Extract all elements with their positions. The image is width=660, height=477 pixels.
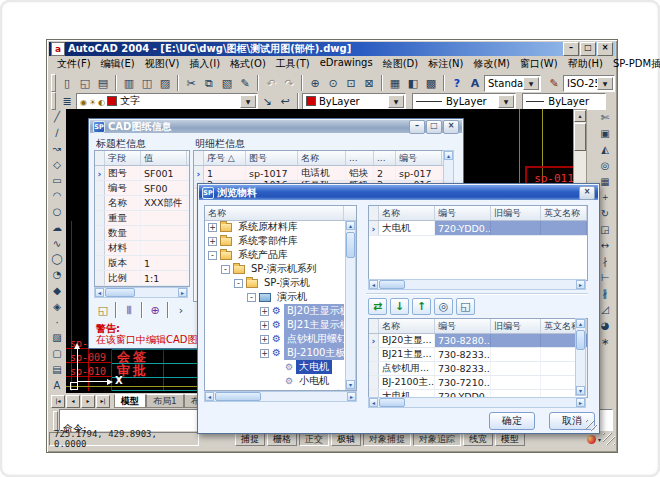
open-record-button[interactable]: ◱: [94, 301, 112, 319]
scroll-up-button[interactable]: ▴: [346, 221, 355, 230]
menu-item[interactable]: 插入(I): [184, 56, 225, 72]
publish-button[interactable]: ▨: [156, 74, 174, 92]
scroll-up-button[interactable]: ▴: [444, 151, 453, 160]
menu-item[interactable]: 帮助(H): [563, 56, 608, 72]
column-header-1[interactable]: 字段: [105, 151, 141, 165]
table-row[interactable]: 点钞机用...730-8233...: [369, 362, 587, 376]
status-toggle-对象捕捉[interactable]: 对象捕捉: [363, 432, 411, 446]
revision-cloud-button[interactable]: ☁: [49, 219, 66, 235]
scroll-down-button[interactable]: ▾: [576, 386, 585, 395]
text-button[interactable]: A: [49, 377, 66, 393]
window-titlebar[interactable]: a AutoCAD 2004 - [E:\UG\dwg\图框\测试用图(部件).…: [49, 42, 615, 56]
selected-table-hscrollbar[interactable]: ◂ ▸: [368, 279, 586, 290]
dialog-resize-grip[interactable]: [586, 420, 597, 431]
tree-item[interactable]: -SP-演示机: [205, 276, 344, 290]
polyline-button[interactable]: ↝: [49, 141, 66, 157]
expand-plus-icon[interactable]: +: [260, 307, 269, 316]
check-out-button[interactable]: ↓: [390, 298, 409, 315]
insert-block-button[interactable]: ◆: [49, 283, 66, 299]
ok-button[interactable]: 确定: [489, 412, 535, 430]
close-button[interactable]: ×: [597, 42, 613, 56]
tree-hscrollbar[interactable]: ◂ ▸: [204, 391, 357, 402]
table-row[interactable]: BJ21主显...730-8233...: [369, 348, 587, 362]
plot-preview-button[interactable]: ◫: [138, 74, 156, 92]
column-header-2[interactable]: 值: [141, 151, 187, 165]
pan-realtime-button[interactable]: ⊕: [306, 74, 324, 92]
properties-palette-button[interactable]: ▦: [386, 74, 404, 92]
tree-vscrollbar[interactable]: ▴ ▾: [345, 220, 356, 390]
menu-item[interactable]: 窗口(W): [515, 56, 563, 72]
scroll-thumb[interactable]: [379, 280, 405, 289]
spline-button[interactable]: ∿: [49, 235, 66, 251]
image-button[interactable]: ▤: [49, 362, 66, 378]
scroll-left-button[interactable]: ◂: [95, 288, 104, 297]
dlg-minimize-button[interactable]: –: [409, 120, 425, 134]
menu-item[interactable]: eDrawings: [315, 56, 378, 72]
search-button[interactable]: ◎: [434, 298, 453, 315]
material-list-hscrollbar[interactable]: ◂ ▸: [368, 397, 586, 408]
tool-palettes-button[interactable]: ▩: [422, 74, 440, 92]
dim-style-combo[interactable]: ISO-25 ▼: [563, 75, 615, 92]
column-header-4[interactable]: 英文名称: [541, 206, 587, 220]
check-in-button[interactable]: ↑: [412, 298, 431, 315]
cad-info-dialog-titlebar[interactable]: SP CAD图纸信息 –□×: [90, 120, 462, 133]
erase-button[interactable]: ✄: [597, 109, 614, 125]
layer-previous-button[interactable]: ↩: [276, 92, 294, 110]
scroll-up-button[interactable]: ▴: [576, 319, 585, 328]
toolbar-grip[interactable]: [51, 92, 56, 110]
scroll-left-button[interactable]: ◂: [369, 398, 378, 407]
table-row[interactable]: ›BJ20主显...730-8280...: [369, 334, 587, 348]
combo-arrow-icon[interactable]: ▼: [240, 95, 256, 108]
arc-button[interactable]: ◠: [49, 188, 66, 204]
designcenter-button[interactable]: ◧: [404, 74, 422, 92]
browse-dialog-titlebar[interactable]: SP 浏览物料 ×: [199, 185, 598, 200]
scroll-left-button[interactable]: ◂: [369, 280, 378, 289]
layout-nav-button[interactable]: ◂: [66, 395, 80, 408]
undo-button[interactable]: ↶: [262, 74, 280, 92]
layout-nav-button[interactable]: |◂: [51, 395, 65, 408]
material-list-vscrollbar[interactable]: ▴ ▾: [575, 318, 586, 396]
scroll-up-button[interactable]: ▴: [574, 110, 586, 122]
scroll-right-button[interactable]: ▸: [576, 280, 585, 289]
polygon-button[interactable]: ◇: [49, 156, 66, 172]
command-panel-grip[interactable]: [53, 411, 58, 431]
scroll-thumb[interactable]: [576, 330, 585, 350]
status-menu-arrow-icon[interactable]: ▾: [598, 436, 601, 443]
dim-style-button[interactable]: ✎: [545, 74, 563, 92]
offset-button[interactable]: ◎: [597, 157, 614, 173]
layers-dialog-button[interactable]: ≣: [58, 92, 76, 110]
zoom-realtime-button[interactable]: ⊙: [324, 74, 342, 92]
tree-item[interactable]: -系统产品库: [205, 248, 344, 262]
menu-item[interactable]: 视图(V): [140, 56, 185, 72]
table-row[interactable]: ›1sp-1017电话机铝块2sp-017: [194, 166, 444, 181]
scroll-right-button[interactable]: ▸: [576, 398, 585, 407]
expand-plus-icon[interactable]: +: [208, 237, 217, 246]
layout-nav-button[interactable]: ▸: [81, 395, 95, 408]
zoom-window-button[interactable]: ⊡: [342, 74, 360, 92]
new-file-button[interactable]: ▯: [58, 74, 76, 92]
construction-line-button[interactable]: ∕: [49, 125, 66, 141]
menu-item[interactable]: 文件(F): [52, 56, 96, 72]
rectangle-button[interactable]: ▭: [49, 172, 66, 188]
menu-item[interactable]: 编辑(E): [96, 56, 140, 72]
copy-clip-button[interactable]: ⧉: [200, 74, 218, 92]
paste-button[interactable]: ▧: [218, 74, 236, 92]
layer-combo[interactable]: ◉☀◐ 文字 ▼: [76, 93, 258, 110]
scroll-right-button[interactable]: ▸: [347, 392, 356, 401]
combo-arrow-icon[interactable]: ▼: [597, 77, 613, 90]
dlg-maximize-button[interactable]: □: [426, 120, 442, 134]
table-row[interactable]: 材料: [95, 241, 189, 256]
expand-plus-icon[interactable]: +: [260, 349, 269, 358]
tree-item[interactable]: +⚙点钞机用螺钉部件: [205, 332, 344, 346]
browse-dialog-close-button[interactable]: ×: [579, 186, 595, 200]
expand-plus-icon[interactable]: +: [208, 223, 217, 232]
window-resize-grip[interactable]: [603, 433, 615, 445]
column-header-3[interactable]: 名称: [298, 151, 346, 165]
layout-nav-button[interactable]: ▸|: [96, 395, 110, 408]
menu-item[interactable]: 绘图(D): [378, 56, 424, 72]
status-toggle-捕捉[interactable]: 捕捉: [235, 432, 265, 446]
expand-minus-icon[interactable]: -: [234, 279, 243, 288]
point-button[interactable]: ·: [49, 314, 66, 330]
title-table-hscrollbar[interactable]: ◂ ▸: [94, 287, 188, 298]
table-row[interactable]: 数量: [95, 226, 189, 241]
